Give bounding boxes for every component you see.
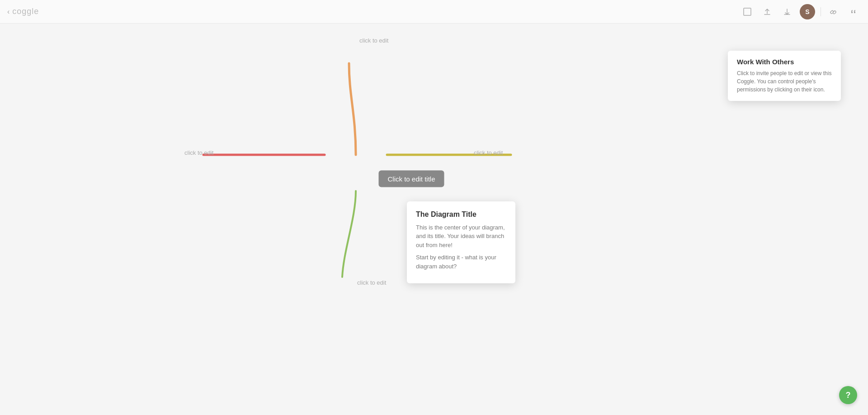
- link-button[interactable]: [826, 5, 841, 19]
- help-button[interactable]: ?: [839, 386, 857, 404]
- tooltip-title: The Diagram Title: [416, 210, 506, 219]
- branch-bottom-label[interactable]: click to edit: [357, 279, 386, 286]
- branch-top-label[interactable]: click to edit: [359, 37, 388, 44]
- collaborate-popup: Work With Others Click to invite people …: [728, 51, 841, 101]
- back-icon: ‹: [7, 8, 9, 16]
- svg-rect-0: [744, 8, 751, 15]
- branch-left-label[interactable]: click to edit: [184, 149, 213, 156]
- tooltip-para2: Start by editing it - what is your diagr…: [416, 253, 506, 271]
- collaborate-title: Work With Others: [737, 58, 832, 66]
- canvas: click to edit click to edit click to edi…: [0, 24, 868, 415]
- tooltip-para1: This is the center of your diagram, and …: [416, 223, 506, 250]
- center-node[interactable]: Click to edit title: [378, 170, 444, 187]
- diagram-tooltip: The Diagram Title This is the center of …: [407, 201, 515, 284]
- upload-button[interactable]: [760, 5, 774, 19]
- download-button[interactable]: [780, 5, 794, 19]
- fullscreen-button[interactable]: [740, 5, 755, 19]
- branch-right-label[interactable]: click to edit: [474, 149, 503, 156]
- logo: coggle: [12, 7, 39, 16]
- toolbar: ‹ coggle S: [0, 0, 868, 24]
- toolbar-right: S: [740, 4, 861, 19]
- collaborate-description: Click to invite people to edit or view t…: [737, 69, 832, 94]
- toolbar-separator: [821, 7, 821, 16]
- user-avatar[interactable]: S: [800, 4, 815, 19]
- quote-button[interactable]: [846, 5, 861, 19]
- back-button[interactable]: ‹ coggle: [7, 7, 39, 16]
